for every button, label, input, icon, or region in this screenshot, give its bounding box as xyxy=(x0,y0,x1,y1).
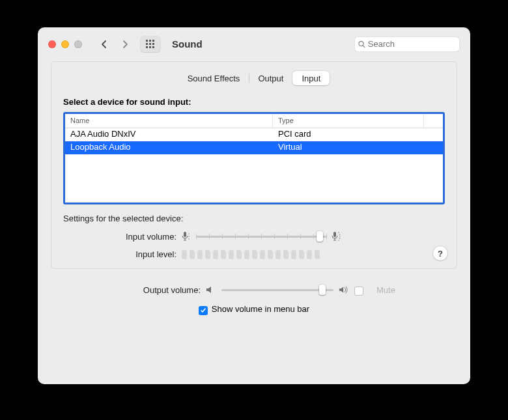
svg-point-15 xyxy=(188,236,189,236)
device-type: PCI card xyxy=(273,128,443,141)
show-volume-menubar-label: Show volume in menu bar xyxy=(212,304,309,314)
input-devices-table[interactable]: Name Type AJA Audio DNxIV PCI card Loopb… xyxy=(63,112,445,204)
svg-rect-11 xyxy=(184,232,186,237)
svg-point-16 xyxy=(188,238,189,239)
sound-panel: Sound Effects Output Input Select a devi… xyxy=(51,61,457,269)
tab-input[interactable]: Input xyxy=(292,71,330,85)
svg-rect-8 xyxy=(152,46,154,48)
output-volume-label: Output volume: xyxy=(51,285,206,295)
svg-point-22 xyxy=(339,238,340,238)
slider-thumb[interactable] xyxy=(317,231,323,242)
svg-point-23 xyxy=(338,240,339,240)
slider-thumb[interactable] xyxy=(319,285,326,295)
select-device-label: Select a device for sound input: xyxy=(63,97,445,107)
search-icon xyxy=(358,40,365,48)
input-volume-slider[interactable] xyxy=(196,231,326,242)
show-all-button[interactable] xyxy=(141,36,160,52)
speaker-low-icon xyxy=(206,285,216,294)
table-header: Name Type xyxy=(65,114,443,128)
svg-rect-7 xyxy=(149,46,151,48)
svg-point-20 xyxy=(338,232,339,232)
window-title: Sound xyxy=(172,38,203,49)
search-input[interactable] xyxy=(368,39,456,49)
svg-rect-17 xyxy=(333,232,336,237)
zoom-icon xyxy=(74,40,82,48)
svg-rect-4 xyxy=(149,43,151,45)
mic-low-icon xyxy=(182,231,191,242)
svg-rect-0 xyxy=(146,40,148,42)
mute-label: Mute xyxy=(376,285,395,295)
footer: Output volume: Mute Show volume xyxy=(38,279,470,327)
device-name: Loopback Audio xyxy=(65,141,273,154)
svg-rect-5 xyxy=(152,43,154,45)
column-header-name[interactable]: Name xyxy=(65,114,273,128)
column-header-type[interactable]: Type xyxy=(273,114,424,128)
svg-point-14 xyxy=(188,233,189,234)
input-level-label: Input level: xyxy=(63,249,182,259)
search-field[interactable] xyxy=(354,36,460,52)
output-volume-slider[interactable] xyxy=(221,285,333,295)
input-volume-label: Input volume: xyxy=(63,232,182,242)
sound-preferences-window: Sound Sound Effects Output Input Select … xyxy=(38,27,470,384)
svg-rect-6 xyxy=(146,46,148,48)
grid-icon xyxy=(146,40,155,49)
sound-tabs: Sound Effects Output Input xyxy=(63,71,445,85)
svg-point-21 xyxy=(339,234,340,234)
show-volume-menubar-checkbox[interactable] xyxy=(199,306,208,315)
window-toolbar: Sound xyxy=(38,27,470,61)
forward-button xyxy=(117,36,133,52)
speaker-high-icon xyxy=(339,285,349,294)
svg-point-24 xyxy=(339,236,340,236)
window-traffic-lights xyxy=(48,40,82,48)
tab-output[interactable]: Output xyxy=(249,71,292,85)
device-type: Virtual xyxy=(273,141,443,154)
help-button[interactable]: ? xyxy=(433,246,447,260)
svg-line-10 xyxy=(363,45,365,47)
device-name: AJA Audio DNxIV xyxy=(65,128,273,141)
mic-high-icon xyxy=(332,231,341,242)
svg-rect-3 xyxy=(146,43,148,45)
input-level-meter xyxy=(182,250,320,259)
table-row[interactable]: AJA Audio DNxIV PCI card xyxy=(65,128,443,141)
mute-checkbox[interactable] xyxy=(354,287,363,296)
minimize-icon[interactable] xyxy=(61,40,69,48)
close-icon[interactable] xyxy=(48,40,56,48)
table-row[interactable]: Loopback Audio Virtual xyxy=(65,141,443,154)
svg-rect-1 xyxy=(149,40,151,42)
settings-for-device-label: Settings for the selected device: xyxy=(63,214,445,223)
tab-sound-effects[interactable]: Sound Effects xyxy=(178,71,249,85)
svg-rect-2 xyxy=(152,40,154,42)
back-button[interactable] xyxy=(96,36,112,52)
